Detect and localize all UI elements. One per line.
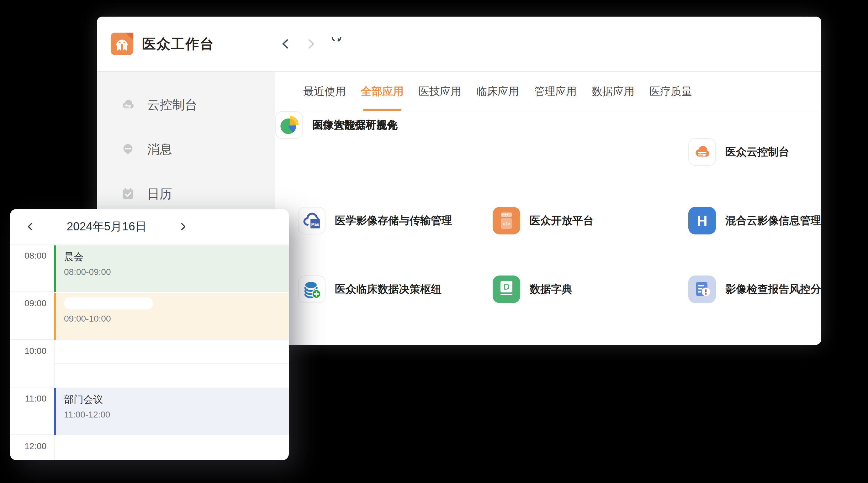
app-item-report-risk-analysis[interactable]: 影像检查报告风控分析 (688, 276, 821, 303)
tab-recent[interactable]: 最近使用 (303, 72, 346, 111)
database-plus-icon (298, 276, 326, 303)
time-row-1200: 12:00 (10, 435, 289, 460)
back-button[interactable] (279, 37, 292, 51)
sidebar-item-label: 消息 (147, 141, 172, 158)
app-item-hybrid-cloud-imaging[interactable]: H 混合云影像信息管理中心 (688, 207, 821, 234)
svg-text:H: H (697, 213, 707, 229)
event-time: 08:00-09:00 (64, 267, 289, 277)
forward-button[interactable] (304, 37, 318, 51)
content-area: 最近使用 全部应用 医技应用 临床应用 管理应用 数据应用 医疗质量 (275, 72, 821, 345)
calendar-event-department-meeting[interactable]: 部门会议 11:00-12:00 (54, 388, 289, 435)
calendar-panel: 2024年5月16日 08:00 09:00 10:00 11:00 12:00 (10, 209, 289, 460)
sidebar-item-cloud-console[interactable]: 云控制台 (97, 93, 275, 117)
app-item-cloud-console[interactable]: 医众云控制台 (688, 138, 789, 166)
tab-clinical-apps[interactable]: 临床应用 (476, 72, 519, 111)
event-title: 部门会议 (64, 388, 289, 406)
message-icon (121, 142, 135, 156)
sidebar-item-messages[interactable]: 消息 (97, 137, 275, 161)
calendar-next-button[interactable] (176, 219, 191, 234)
event-title: 晨会 (64, 246, 289, 264)
calendar-check-icon (121, 187, 135, 201)
refresh-button[interactable] (329, 37, 343, 51)
app-item-open-platform[interactable]: </> 医众开放平台 (493, 207, 594, 234)
tab-management-apps[interactable]: 管理应用 (534, 72, 577, 111)
tab-all-apps[interactable]: 全部应用 (361, 72, 404, 111)
svg-text:D: D (503, 282, 509, 291)
tab-data-apps[interactable]: 数据应用 (592, 72, 634, 111)
chevron-left-icon (29, 223, 32, 229)
code-window-icon: </> (493, 207, 520, 234)
cloud-settings-icon (688, 138, 716, 166)
pie-chart-icon (275, 111, 303, 139)
sidebar-item-calendar[interactable]: 日历 (97, 182, 275, 206)
cloud-settings-icon (121, 97, 135, 112)
svg-text:Mas: Mas (311, 222, 319, 227)
calendar-header: 2024年5月16日 (10, 209, 289, 245)
calendar-body: 08:00 09:00 10:00 11:00 12:00 晨会 08:00-0… (10, 245, 289, 460)
screen: 医众工作台 (0, 0, 868, 483)
sidebar-item-label: 云控制台 (147, 96, 197, 114)
window-header: 医众工作台 (97, 17, 821, 72)
time-label: 09:00 (10, 298, 46, 309)
refresh-icon (329, 37, 343, 51)
chevron-left-icon (283, 40, 287, 47)
cloud-mas-icon: Mas (298, 207, 326, 234)
calendar-event-morning-meeting[interactable]: 晨会 08:00-09:00 (54, 246, 289, 292)
time-label: 11:00 (10, 394, 46, 404)
window-title: 医众工作台 (142, 35, 214, 53)
chevron-right-icon (309, 40, 314, 47)
nav-controls (279, 17, 343, 71)
app-item-data-dictionary[interactable]: D 数据字典 (493, 276, 572, 303)
redacted-event-title-pill (64, 297, 153, 309)
letter-h-icon: H (688, 207, 716, 234)
chevron-right-icon (182, 223, 185, 229)
report-warning-icon (688, 276, 716, 303)
dictionary-book-icon: D (493, 276, 520, 303)
app-item-bigdata-visualization[interactable]: 医疗大数据可视化 (275, 111, 398, 139)
calendar-prev-button[interactable] (23, 219, 38, 234)
time-label: 12:00 (10, 441, 46, 451)
app-logo-icon (111, 33, 133, 55)
sidebar-item-label: 日历 (147, 185, 172, 202)
app-item-clinical-data-hub[interactable]: 医众临床数据决策枢纽 (298, 276, 441, 303)
tab-bar: 最近使用 全部应用 医技应用 临床应用 管理应用 数据应用 医疗质量 (275, 72, 821, 111)
time-row-1000: 10:00 (10, 340, 289, 387)
time-label: 10:00 (10, 346, 46, 356)
time-label: 08:00 (10, 251, 46, 261)
event-time: 11:00-12:00 (64, 410, 289, 420)
tab-medtech-apps[interactable]: 医技应用 (418, 72, 461, 111)
tab-quality[interactable]: 医疗质量 (649, 72, 692, 111)
calendar-event-redacted[interactable]: 09:00-10:00 (54, 293, 289, 340)
calendar-date: 2024年5月16日 (38, 219, 176, 234)
app-item-pacs[interactable]: Mas 医学影像存储与传输管理 (298, 207, 452, 234)
svg-text:</>: </> (503, 221, 510, 227)
event-time: 09:00-10:00 (64, 314, 289, 324)
